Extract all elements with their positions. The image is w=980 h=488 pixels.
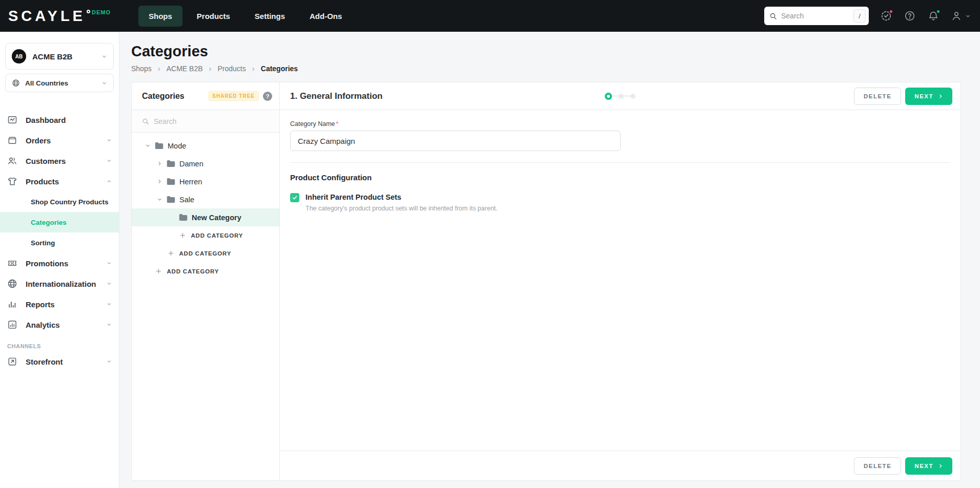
tree-search-input[interactable] xyxy=(154,117,269,125)
chevron-down-icon xyxy=(107,281,112,286)
next-button[interactable]: NEXT xyxy=(905,88,952,105)
step-title: 1. General Information xyxy=(290,91,382,101)
inherit-checkbox-label[interactable]: Inherit Parent Product Sets xyxy=(305,193,401,201)
sidebar-item-storefront[interactable]: Storefront xyxy=(0,351,119,372)
add-category-button-level2[interactable]: + ADD CATEGORY xyxy=(132,244,279,262)
notifications-bell-icon[interactable] xyxy=(927,10,940,22)
help-icon[interactable] xyxy=(904,10,916,22)
shop-selector[interactable]: AB ACME B2B xyxy=(5,43,114,70)
chevron-down-icon xyxy=(101,54,107,59)
shared-tree-badge: SHARED TREE xyxy=(208,91,259,101)
sidebar-item-reports[interactable]: Reports xyxy=(0,294,119,314)
form-footer: DELETE NEXT xyxy=(280,451,961,480)
required-asterisk: * xyxy=(336,120,339,128)
form-body: Category Name* Product Configuration Inh… xyxy=(280,110,961,451)
add-category-button-level3[interactable]: + ADD CATEGORY xyxy=(132,226,279,244)
status-alert-dot xyxy=(889,9,893,14)
nav-tab-settings[interactable]: Settings xyxy=(244,6,295,27)
delete-button-footer[interactable]: DELETE xyxy=(854,457,901,475)
country-selector[interactable]: All Countries xyxy=(5,74,114,92)
tree-panel-header: Categories SHARED TREE ? xyxy=(132,82,279,110)
sidebar-item-sorting[interactable]: Sorting xyxy=(0,232,119,253)
tree-node-herren[interactable]: Herren xyxy=(132,173,279,190)
customers-icon xyxy=(7,156,17,166)
globe-icon xyxy=(12,79,20,87)
logo-ring-icon xyxy=(87,10,90,13)
tree-node-new-category[interactable]: New Category xyxy=(132,208,279,226)
sidebar-item-internationalization[interactable]: Internationalization xyxy=(0,273,119,294)
sidebar-item-customers[interactable]: Customers xyxy=(0,151,119,171)
tree-node-mode[interactable]: Mode xyxy=(132,137,279,155)
chevron-right-icon xyxy=(938,463,943,469)
breadcrumb-shops[interactable]: Shops xyxy=(131,65,152,73)
inherit-checkbox-description: The category's product product sets will… xyxy=(305,205,950,212)
tree-node-label: Herren xyxy=(179,178,202,186)
categories-card: Categories SHARED TREE ? xyxy=(131,82,961,481)
step-connector xyxy=(624,95,630,97)
tree-node-damen[interactable]: Damen xyxy=(132,155,279,173)
delete-button[interactable]: DELETE xyxy=(854,88,901,105)
category-tree-panel: Categories SHARED TREE ? xyxy=(132,82,280,480)
chevron-up-icon xyxy=(107,179,112,184)
tree-help-icon[interactable]: ? xyxy=(263,92,272,101)
inherit-checkbox-checked[interactable] xyxy=(290,193,299,202)
step-dot-3 xyxy=(630,94,636,99)
globe-icon xyxy=(7,279,17,289)
shop-name: ACME B2B xyxy=(32,52,72,61)
tree-search[interactable] xyxy=(132,110,279,133)
sidebar-item-shop-country-products[interactable]: Shop Country Products xyxy=(0,192,119,212)
chevron-down-icon xyxy=(107,138,112,143)
user-menu-chevron-icon xyxy=(965,13,971,19)
category-tree: Mode Damen xyxy=(132,133,279,280)
category-name-label: Category Name* xyxy=(290,120,950,128)
search-input[interactable] xyxy=(781,12,849,20)
next-button-footer[interactable]: NEXT xyxy=(905,457,952,475)
breadcrumb-separator-icon: › xyxy=(209,64,212,73)
folder-icon xyxy=(167,160,175,167)
section-divider xyxy=(290,162,950,163)
tree-node-label: New Category xyxy=(192,214,241,222)
plus-icon: + xyxy=(156,268,161,275)
breadcrumb-products[interactable]: Products xyxy=(218,65,246,73)
search-shortcut-key: / xyxy=(853,9,866,23)
sidebar-menu: Dashboard Orders Customers xyxy=(0,110,119,372)
topnav-right: / xyxy=(764,7,971,25)
nav-tab-shops[interactable]: Shops xyxy=(138,6,182,27)
chevron-down-icon[interactable] xyxy=(157,197,162,202)
demo-badge: DEMO xyxy=(92,9,111,15)
category-name-input[interactable] xyxy=(290,131,621,151)
shop-avatar: AB xyxy=(12,49,26,63)
wizard-stepper xyxy=(605,93,636,100)
tree-node-sale[interactable]: Sale xyxy=(132,190,279,208)
chevron-down-icon xyxy=(107,359,112,364)
breadcrumb-current: Categories xyxy=(261,65,298,73)
product-configuration-title: Product Configuration xyxy=(290,173,950,182)
tree-node-label: Damen xyxy=(179,160,203,168)
scayle-logo[interactable]: SCAYLE DEMO xyxy=(8,7,111,25)
add-category-button-root[interactable]: + ADD CATEGORY xyxy=(132,262,279,280)
main-content: Categories Shops › ACME B2B › Products ›… xyxy=(119,32,980,488)
chevron-right-icon[interactable] xyxy=(157,161,162,166)
sidebar-item-products[interactable]: Products xyxy=(0,171,119,192)
chevron-right-icon[interactable] xyxy=(157,179,162,184)
chevron-down-icon[interactable] xyxy=(145,143,151,148)
system-status-icon[interactable] xyxy=(880,10,892,22)
sidebar-item-promotions[interactable]: Promotions xyxy=(0,253,119,273)
nav-tab-products[interactable]: Products xyxy=(187,6,240,27)
nav-tab-addons[interactable]: Add-Ons xyxy=(299,6,352,27)
global-search[interactable]: / xyxy=(764,7,869,25)
top-nav: SCAYLE DEMO Shops Products Settings Add-… xyxy=(0,0,980,32)
inherit-parent-product-sets-row: Inherit Parent Product Sets xyxy=(290,193,950,202)
sidebar-item-analytics[interactable]: Analytics xyxy=(0,314,119,335)
chevron-down-icon xyxy=(107,302,112,307)
form-header: 1. General Information DELETE NEXT xyxy=(280,82,961,110)
header-actions: DELETE NEXT xyxy=(854,88,952,105)
folder-icon xyxy=(167,178,175,185)
user-menu[interactable] xyxy=(951,10,971,22)
sidebar-item-dashboard[interactable]: Dashboard xyxy=(0,110,119,130)
sidebar-item-categories[interactable]: Categories xyxy=(0,212,119,232)
plus-icon: + xyxy=(168,250,174,257)
breadcrumb-shop-name[interactable]: ACME B2B xyxy=(167,65,203,73)
chevron-down-icon xyxy=(107,322,112,327)
sidebar-item-orders[interactable]: Orders xyxy=(0,130,119,151)
